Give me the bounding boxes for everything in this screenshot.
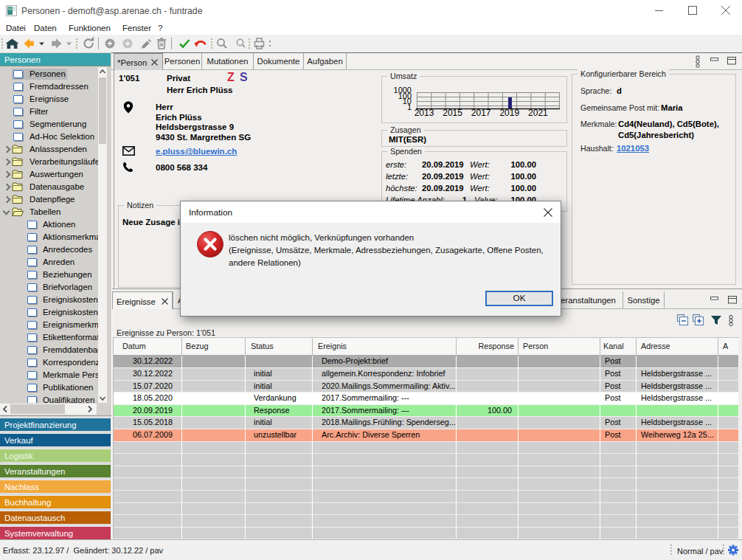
- svg-text:2017: 2017: [471, 108, 491, 118]
- svg-text:2013: 2013: [415, 108, 434, 118]
- svg-text:2021: 2021: [528, 108, 548, 118]
- svg-text:2019: 2019: [499, 108, 519, 118]
- svg-text:2015: 2015: [443, 108, 462, 118]
